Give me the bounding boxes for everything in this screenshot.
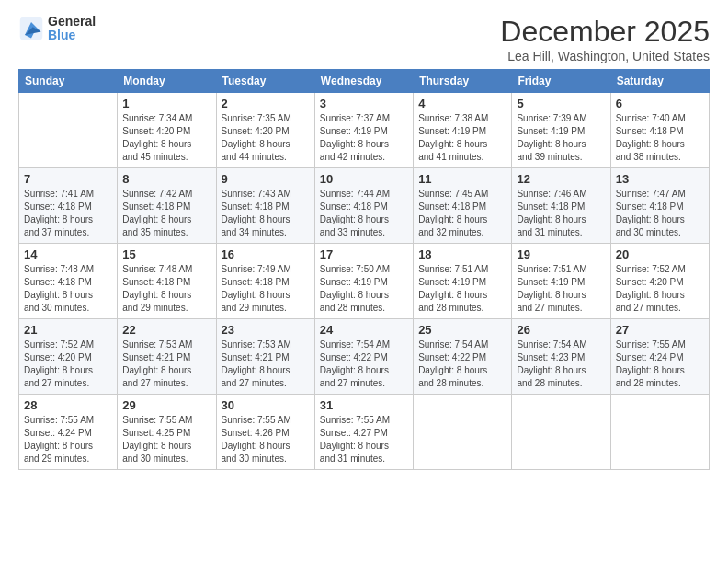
day-cell: 25Sunrise: 7:54 AM Sunset: 4:22 PM Dayli…: [414, 319, 512, 395]
col-header-monday: Monday: [118, 70, 216, 93]
day-info: Sunrise: 7:34 AM Sunset: 4:20 PM Dayligh…: [122, 112, 210, 164]
calendar-header-row: SundayMondayTuesdayWednesdayThursdayFrid…: [19, 70, 710, 93]
day-cell: 13Sunrise: 7:47 AM Sunset: 4:18 PM Dayli…: [610, 168, 709, 244]
day-cell: 12Sunrise: 7:46 AM Sunset: 4:18 PM Dayli…: [512, 168, 610, 244]
day-number: 14: [24, 247, 112, 261]
logo-line2: Blue: [48, 29, 96, 42]
day-info: Sunrise: 7:50 AM Sunset: 4:19 PM Dayligh…: [320, 263, 408, 315]
header: General Blue December 2025 Lea Hill, Was…: [18, 15, 710, 63]
week-row-4: 21Sunrise: 7:52 AM Sunset: 4:20 PM Dayli…: [19, 319, 710, 395]
col-header-thursday: Thursday: [414, 70, 512, 93]
logo-text: General Blue: [48, 15, 96, 43]
month-title: December 2025: [500, 15, 710, 49]
day-number: 15: [122, 247, 210, 261]
day-info: Sunrise: 7:55 AM Sunset: 4:26 PM Dayligh…: [222, 414, 310, 465]
day-info: Sunrise: 7:37 AM Sunset: 4:19 PM Dayligh…: [320, 112, 408, 164]
day-info: Sunrise: 7:46 AM Sunset: 4:18 PM Dayligh…: [517, 188, 605, 239]
day-cell: 23Sunrise: 7:53 AM Sunset: 4:21 PM Dayli…: [216, 319, 314, 395]
day-number: 7: [24, 172, 112, 186]
day-cell: 15Sunrise: 7:48 AM Sunset: 4:18 PM Dayli…: [118, 244, 216, 319]
location: Lea Hill, Washington, United States: [500, 49, 710, 63]
day-cell: 8Sunrise: 7:42 AM Sunset: 4:18 PM Daylig…: [118, 168, 216, 244]
day-cell: 6Sunrise: 7:40 AM Sunset: 4:18 PM Daylig…: [610, 93, 709, 168]
day-cell: 22Sunrise: 7:53 AM Sunset: 4:21 PM Dayli…: [118, 319, 216, 395]
day-info: Sunrise: 7:53 AM Sunset: 4:21 PM Dayligh…: [122, 339, 210, 390]
title-block: December 2025 Lea Hill, Washington, Unit…: [500, 15, 710, 63]
day-cell: [610, 395, 709, 470]
col-header-sunday: Sunday: [19, 70, 118, 93]
day-info: Sunrise: 7:52 AM Sunset: 4:20 PM Dayligh…: [616, 263, 704, 315]
day-info: Sunrise: 7:51 AM Sunset: 4:19 PM Dayligh…: [517, 263, 605, 315]
day-info: Sunrise: 7:49 AM Sunset: 4:18 PM Dayligh…: [222, 263, 310, 315]
day-info: Sunrise: 7:52 AM Sunset: 4:20 PM Dayligh…: [24, 339, 112, 390]
day-number: 19: [517, 247, 605, 261]
day-cell: 2Sunrise: 7:35 AM Sunset: 4:20 PM Daylig…: [216, 93, 314, 168]
day-info: Sunrise: 7:55 AM Sunset: 4:25 PM Dayligh…: [122, 414, 210, 465]
day-cell: 18Sunrise: 7:51 AM Sunset: 4:19 PM Dayli…: [414, 244, 512, 319]
day-number: 30: [222, 398, 310, 412]
calendar-table: SundayMondayTuesdayWednesdayThursdayFrid…: [18, 69, 710, 470]
day-info: Sunrise: 7:35 AM Sunset: 4:20 PM Dayligh…: [222, 112, 310, 164]
day-info: Sunrise: 7:44 AM Sunset: 4:18 PM Dayligh…: [320, 188, 408, 239]
day-number: 27: [616, 323, 704, 337]
day-number: 29: [122, 398, 210, 412]
week-row-5: 28Sunrise: 7:55 AM Sunset: 4:24 PM Dayli…: [19, 395, 710, 470]
day-info: Sunrise: 7:38 AM Sunset: 4:19 PM Dayligh…: [418, 112, 506, 164]
day-cell: 11Sunrise: 7:45 AM Sunset: 4:18 PM Dayli…: [414, 168, 512, 244]
col-header-wednesday: Wednesday: [314, 70, 413, 93]
day-cell: 31Sunrise: 7:55 AM Sunset: 4:27 PM Dayli…: [314, 395, 413, 470]
day-number: 3: [320, 97, 408, 110]
logo: General Blue: [18, 15, 96, 43]
day-info: Sunrise: 7:53 AM Sunset: 4:21 PM Dayligh…: [222, 339, 310, 390]
day-info: Sunrise: 7:47 AM Sunset: 4:18 PM Dayligh…: [616, 188, 704, 239]
day-cell: 30Sunrise: 7:55 AM Sunset: 4:26 PM Dayli…: [216, 395, 314, 470]
day-info: Sunrise: 7:54 AM Sunset: 4:22 PM Dayligh…: [320, 339, 408, 390]
day-info: Sunrise: 7:54 AM Sunset: 4:22 PM Dayligh…: [418, 339, 506, 390]
day-cell: 9Sunrise: 7:43 AM Sunset: 4:18 PM Daylig…: [216, 168, 314, 244]
day-info: Sunrise: 7:43 AM Sunset: 4:18 PM Dayligh…: [222, 188, 310, 239]
day-info: Sunrise: 7:55 AM Sunset: 4:24 PM Dayligh…: [616, 339, 704, 390]
week-row-1: 1Sunrise: 7:34 AM Sunset: 4:20 PM Daylig…: [19, 93, 710, 168]
day-number: 22: [122, 323, 210, 337]
day-number: 6: [616, 97, 704, 110]
day-cell: 20Sunrise: 7:52 AM Sunset: 4:20 PM Dayli…: [610, 244, 709, 319]
day-number: 28: [24, 398, 112, 412]
week-row-3: 14Sunrise: 7:48 AM Sunset: 4:18 PM Dayli…: [19, 244, 710, 319]
day-info: Sunrise: 7:41 AM Sunset: 4:18 PM Dayligh…: [24, 188, 112, 239]
day-cell: 7Sunrise: 7:41 AM Sunset: 4:18 PM Daylig…: [19, 168, 118, 244]
day-info: Sunrise: 7:39 AM Sunset: 4:19 PM Dayligh…: [517, 112, 605, 164]
day-cell: 14Sunrise: 7:48 AM Sunset: 4:18 PM Dayli…: [19, 244, 118, 319]
day-cell: [512, 395, 610, 470]
day-number: 20: [616, 247, 704, 261]
day-number: 25: [418, 323, 506, 337]
day-number: 23: [222, 323, 310, 337]
col-header-tuesday: Tuesday: [216, 70, 314, 93]
day-cell: 16Sunrise: 7:49 AM Sunset: 4:18 PM Dayli…: [216, 244, 314, 319]
day-number: 17: [320, 247, 408, 261]
day-number: 16: [222, 247, 310, 261]
col-header-friday: Friday: [512, 70, 610, 93]
day-info: Sunrise: 7:51 AM Sunset: 4:19 PM Dayligh…: [418, 263, 506, 315]
day-number: 11: [418, 172, 506, 186]
day-info: Sunrise: 7:45 AM Sunset: 4:18 PM Dayligh…: [418, 188, 506, 239]
day-cell: 19Sunrise: 7:51 AM Sunset: 4:19 PM Dayli…: [512, 244, 610, 319]
day-number: 2: [222, 97, 310, 110]
day-cell: 28Sunrise: 7:55 AM Sunset: 4:24 PM Dayli…: [19, 395, 118, 470]
day-number: 13: [616, 172, 704, 186]
day-cell: 10Sunrise: 7:44 AM Sunset: 4:18 PM Dayli…: [314, 168, 413, 244]
day-cell: 24Sunrise: 7:54 AM Sunset: 4:22 PM Dayli…: [314, 319, 413, 395]
page: General Blue December 2025 Lea Hill, Was…: [0, 0, 728, 563]
day-number: 18: [418, 247, 506, 261]
day-number: 9: [222, 172, 310, 186]
day-cell: 4Sunrise: 7:38 AM Sunset: 4:19 PM Daylig…: [414, 93, 512, 168]
day-number: 21: [24, 323, 112, 337]
day-info: Sunrise: 7:48 AM Sunset: 4:18 PM Dayligh…: [122, 263, 210, 315]
day-cell: 26Sunrise: 7:54 AM Sunset: 4:23 PM Dayli…: [512, 319, 610, 395]
day-number: 4: [418, 97, 506, 110]
day-cell: [414, 395, 512, 470]
day-number: 12: [517, 172, 605, 186]
day-number: 10: [320, 172, 408, 186]
day-cell: [19, 93, 118, 168]
day-info: Sunrise: 7:42 AM Sunset: 4:18 PM Dayligh…: [122, 188, 210, 239]
week-row-2: 7Sunrise: 7:41 AM Sunset: 4:18 PM Daylig…: [19, 168, 710, 244]
